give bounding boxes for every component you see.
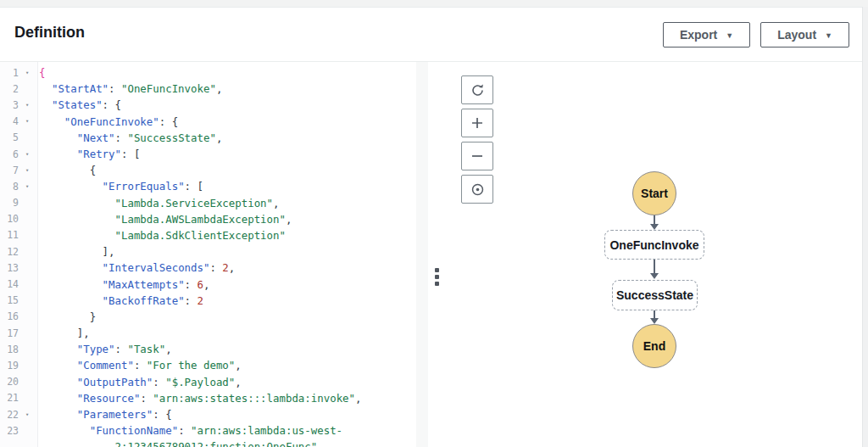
- code-line[interactable]: 7▾ {: [0, 162, 428, 178]
- code-line[interactable]: 5 "Next": "SuccessState",: [0, 130, 428, 146]
- node-label: SuccessState: [616, 288, 693, 302]
- code-line[interactable]: 4▾ "OneFuncInvoke": {: [0, 114, 428, 130]
- minus-icon: [470, 149, 484, 163]
- panel-header: Definition Export ▼ Layout ▼: [0, 8, 863, 62]
- edge-arrowhead: [650, 318, 659, 324]
- node-label: OneFuncInvoke: [609, 238, 698, 252]
- code-line[interactable]: 13 "IntervalSeconds": 2,: [0, 260, 428, 276]
- code-text: "StartAt": "OneFuncInvoke",: [36, 82, 222, 95]
- code-line[interactable]: 2:123456789012:function:OneFunc",: [0, 439, 428, 447]
- code-text: "FunctionName": "arn:aws:lambda:us-west-: [36, 424, 342, 437]
- line-number: 5: [0, 131, 19, 143]
- chevron-down-icon: ▼: [726, 31, 733, 40]
- code-text: "MaxAttempts": 6,: [36, 278, 209, 291]
- line-number: 11: [0, 229, 19, 241]
- line-number: 10: [0, 213, 19, 225]
- graph-node-end[interactable]: End: [632, 324, 676, 368]
- code-line[interactable]: 20 "OutputPath": "$.Payload",: [0, 374, 428, 390]
- graph-node-start[interactable]: Start: [632, 171, 676, 215]
- code-line[interactable]: 18 "Type": "Task",: [0, 341, 428, 357]
- fold-caret-icon[interactable]: ▾: [19, 102, 36, 109]
- header-actions: Export ▼ Layout ▼: [663, 22, 849, 47]
- code-text: ],: [36, 245, 115, 258]
- line-number: 20: [0, 376, 19, 388]
- refresh-button[interactable]: [461, 75, 493, 104]
- line-number: 21: [0, 392, 19, 404]
- graph-controls: [461, 75, 493, 204]
- fold-caret-icon[interactable]: ▾: [19, 167, 36, 174]
- panel-content: 1▾{2 "StartAt": "OneFuncInvoke",3▾ "Stat…: [0, 62, 863, 447]
- target-dot-icon: [470, 182, 485, 197]
- layout-button[interactable]: Layout ▼: [760, 22, 849, 47]
- circular-arrow-icon: [470, 83, 485, 98]
- resize-handle[interactable]: [435, 268, 439, 286]
- code-line[interactable]: 16 }: [0, 309, 428, 325]
- graph-node-onefuncinvoke[interactable]: OneFuncInvoke: [604, 230, 704, 260]
- line-number: 16: [0, 310, 19, 322]
- line-number: 23: [0, 425, 19, 437]
- code-text: "ErrorEquals": [: [36, 180, 203, 193]
- layout-button-label: Layout: [777, 28, 816, 42]
- plus-icon: [470, 116, 484, 130]
- graph-node-successstate[interactable]: SuccessState: [612, 280, 698, 310]
- code-text: "Type": "Task",: [36, 343, 172, 355]
- line-number: 7: [0, 165, 19, 176]
- code-text: "Resource": "arn:aws:states:::lambda:inv…: [36, 392, 361, 405]
- zoom-out-button[interactable]: [461, 142, 493, 170]
- code-text: {: [36, 66, 45, 79]
- json-code-editor[interactable]: 1▾{2 "StartAt": "OneFuncInvoke",3▾ "Stat…: [0, 62, 428, 447]
- edge-arrowhead: [650, 273, 659, 279]
- code-text: "BackoffRate": 2: [36, 294, 203, 307]
- code-line[interactable]: 12 ],: [0, 243, 428, 260]
- zoom-in-button[interactable]: [461, 109, 493, 137]
- code-line[interactable]: 23 "FunctionName": "arn:aws:lambda:us-we…: [0, 422, 428, 439]
- code-line[interactable]: 8▾ "ErrorEquals": [: [0, 178, 428, 194]
- code-text: 2:123456789012:function:OneFunc",: [36, 440, 324, 447]
- code-text: "Parameters": {: [36, 408, 172, 421]
- code-line[interactable]: 2 "StartAt": "OneFuncInvoke",: [0, 81, 428, 97]
- code-text: "IntervalSeconds": 2,: [36, 261, 235, 274]
- code-line[interactable]: 14 "MaxAttempts": 6,: [0, 276, 428, 292]
- code-text: "OneFuncInvoke": {: [36, 115, 178, 128]
- export-button[interactable]: Export ▼: [663, 22, 750, 47]
- fold-caret-icon[interactable]: ▾: [19, 151, 36, 158]
- line-number: 15: [0, 294, 19, 306]
- code-line[interactable]: 9 "Lambda.ServiceException",: [0, 195, 428, 211]
- line-number: 13: [0, 262, 19, 274]
- code-line[interactable]: 21 "Resource": "arn:aws:states:::lambda:…: [0, 390, 428, 406]
- workflow-graph-panel: Start OneFuncInvoke SuccessState End: [448, 62, 863, 447]
- node-label: Start: [641, 187, 668, 200]
- code-text: {: [36, 164, 96, 176]
- code-line[interactable]: 6▾ "Retry": [: [0, 146, 428, 162]
- code-text: "Retry": [: [36, 148, 140, 160]
- code-text: "Lambda.AWSLambdaException",: [36, 213, 292, 226]
- page-scrollbar[interactable]: [862, 7, 868, 447]
- code-line[interactable]: 1▾{: [0, 64, 428, 81]
- edge-arrowhead: [650, 224, 659, 230]
- line-number: 12: [0, 246, 19, 258]
- fold-caret-icon[interactable]: ▾: [19, 118, 36, 125]
- line-number: 4: [0, 115, 19, 127]
- code-text: "Comment": "For the demo",: [36, 359, 242, 372]
- code-line[interactable]: 22▾ "Parameters": {: [0, 406, 428, 422]
- line-number: 6: [0, 148, 19, 160]
- edge-line: [654, 260, 655, 274]
- fold-caret-icon[interactable]: ▾: [19, 70, 36, 76]
- line-number: 2: [0, 83, 19, 95]
- code-text: "Next": "SuccessState",: [36, 131, 222, 144]
- code-text: "Lambda.ServiceException",: [36, 197, 280, 210]
- definition-panel: Definition Export ▼ Layout ▼ 1▾{2 "Start…: [0, 7, 863, 447]
- center-graph-button[interactable]: [461, 175, 493, 204]
- code-line[interactable]: 11 "Lambda.SdkClientException": [0, 227, 428, 243]
- fold-caret-icon[interactable]: ▾: [19, 183, 36, 190]
- chevron-down-icon: ▼: [825, 31, 832, 40]
- code-text: "Lambda.SdkClientException": [36, 229, 286, 242]
- code-line[interactable]: 3▾ "States": {: [0, 97, 428, 113]
- code-text: "OutputPath": "$.Payload",: [36, 376, 242, 388]
- code-line[interactable]: 19 "Comment": "For the demo",: [0, 357, 428, 373]
- code-line[interactable]: 10 "Lambda.AWSLambdaException",: [0, 211, 428, 227]
- fold-caret-icon[interactable]: ▾: [19, 411, 36, 418]
- code-line[interactable]: 17 ],: [0, 325, 428, 341]
- code-line[interactable]: 15 "BackoffRate": 2: [0, 293, 428, 309]
- line-number: 14: [0, 278, 19, 290]
